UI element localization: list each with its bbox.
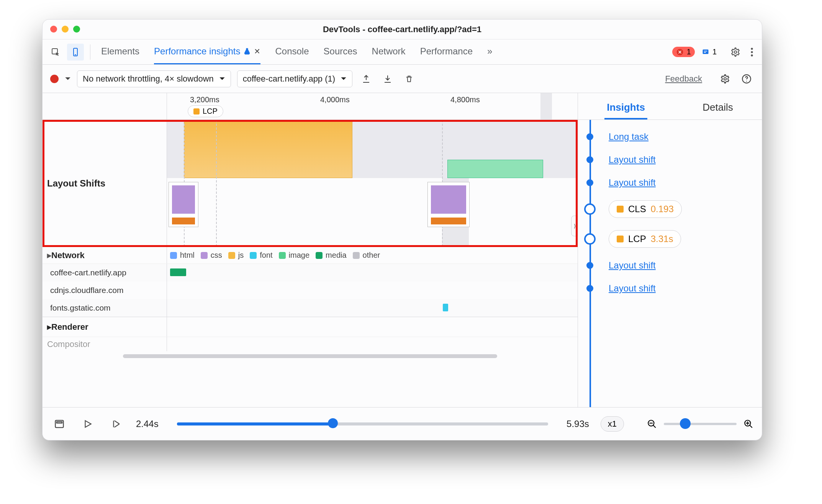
play-icon[interactable] <box>79 416 96 432</box>
legend-label: html <box>180 251 195 260</box>
slider-thumb[interactable] <box>680 418 691 429</box>
record-menu-icon[interactable] <box>65 76 71 82</box>
svg-point-8 <box>751 54 753 56</box>
inspect-element-icon[interactable] <box>47 44 64 61</box>
insight-link[interactable]: Layout shift <box>609 283 656 293</box>
flask-icon <box>243 47 251 55</box>
screenshot-thumbnail[interactable] <box>427 182 470 227</box>
insight-item[interactable]: Layout shift <box>578 171 762 194</box>
window-title: DevTools - coffee-cart.netlify.app/?ad=1 <box>323 25 481 34</box>
divider <box>90 44 90 60</box>
tab-insights[interactable]: Insights <box>604 97 647 119</box>
network-host-row[interactable]: coffee-cart.netlify.app <box>43 264 578 281</box>
playback-bar: 2.44s 5.93s x1 <box>43 407 762 440</box>
tab-network[interactable]: Network <box>372 39 406 64</box>
insight-link[interactable]: Layout shift <box>609 177 656 188</box>
request-bar[interactable] <box>443 304 448 311</box>
color-swatch <box>250 252 257 259</box>
toggle-screenshot-icon[interactable] <box>51 416 68 432</box>
color-swatch <box>170 252 177 259</box>
timeline-horizontal-scrollbar[interactable] <box>43 351 578 361</box>
slider-thumb[interactable] <box>328 418 338 428</box>
device-toggle-icon[interactable] <box>67 44 84 61</box>
panel-tabstrip: Elements Performance insights ✕ Console … <box>43 39 762 65</box>
tab-details[interactable]: Details <box>700 97 735 119</box>
ruler-tick: 4,000ms <box>320 95 350 104</box>
rail-dot-icon <box>586 262 593 269</box>
playback-slider[interactable] <box>177 422 548 425</box>
legend-label: image <box>289 251 309 260</box>
insight-metric-item[interactable]: CLS 0.193 <box>578 194 762 224</box>
close-window-button[interactable] <box>50 26 57 33</box>
metric-name: LCP <box>628 234 646 244</box>
sidebar-expand-handle[interactable]: ⟩ <box>571 216 578 236</box>
insight-item[interactable]: Layout shift <box>578 277 762 300</box>
tab-elements[interactable]: Elements <box>101 39 139 64</box>
zoom-slider[interactable] <box>664 423 737 425</box>
export-icon[interactable] <box>359 71 374 87</box>
network-header-label: Network <box>43 247 167 263</box>
issue-counter[interactable]: 1 <box>698 47 720 57</box>
screenshot-thumbnail[interactable] <box>169 182 198 227</box>
legend-label: font <box>260 251 272 260</box>
svg-point-9 <box>724 77 727 80</box>
svg-point-6 <box>751 47 753 49</box>
insight-metric-item[interactable]: LCP 3.31s <box>578 224 762 254</box>
rail-dot-icon <box>586 133 593 140</box>
panel-settings-icon[interactable] <box>717 71 733 87</box>
more-tabs-button[interactable]: » <box>487 39 492 64</box>
minimize-window-button[interactable] <box>62 26 69 33</box>
timeline-pane[interactable]: 3,200ms 4,000ms 4,800ms LCP Layout Shift… <box>43 93 578 407</box>
renderer-lane-header[interactable]: Renderer <box>43 317 578 337</box>
throttling-select[interactable]: No network throttling, 4× slowdown <box>77 70 231 87</box>
layout-shifts-lane[interactable]: Layout Shifts <box>43 120 578 247</box>
network-host-row[interactable]: fonts.gstatic.com <box>43 299 578 317</box>
recording-label: coffee-cart.netlify.app (1) <box>243 74 335 84</box>
close-tab-button[interactable]: ✕ <box>254 47 260 56</box>
import-icon[interactable] <box>380 71 395 87</box>
zoom-controls <box>647 419 753 429</box>
host-label: cdnjs.cloudflare.com <box>43 281 167 299</box>
panel-tabs: Elements Performance insights ✕ Console … <box>101 39 492 64</box>
playback-rate-button[interactable]: x1 <box>601 416 624 432</box>
settings-icon[interactable] <box>730 47 740 57</box>
rail-dot-icon <box>586 156 593 163</box>
delete-icon[interactable] <box>401 71 417 87</box>
help-icon[interactable] <box>739 71 754 87</box>
feedback-link[interactable]: Feedback <box>665 74 702 84</box>
insight-item[interactable]: Long task <box>578 125 762 148</box>
insight-item[interactable]: Layout shift <box>578 148 762 171</box>
insight-link[interactable]: Layout shift <box>609 154 656 165</box>
network-lane-header[interactable]: Network html css js font image media oth… <box>43 247 578 264</box>
insight-item[interactable]: Layout shift <box>578 254 762 277</box>
legend-label: other <box>363 251 380 260</box>
network-legend: html css js font image media other <box>167 247 578 263</box>
network-host-row[interactable]: cdnjs.cloudflare.com <box>43 281 578 299</box>
zoom-out-icon[interactable] <box>647 419 657 429</box>
zoom-in-icon[interactable] <box>743 419 753 429</box>
kebab-menu-icon[interactable] <box>750 47 753 57</box>
insight-link[interactable]: Long task <box>609 131 648 142</box>
metric-value: 3.31s <box>651 234 673 244</box>
tab-performance-insights[interactable]: Performance insights ✕ <box>154 39 260 64</box>
svg-point-5 <box>734 51 737 53</box>
svg-rect-13 <box>57 422 62 423</box>
tab-sources[interactable]: Sources <box>324 39 357 64</box>
request-bar[interactable] <box>170 268 186 276</box>
zoom-window-button[interactable] <box>73 26 80 33</box>
layout-shift-block[interactable] <box>184 120 352 178</box>
error-counter[interactable]: 1 <box>672 47 695 57</box>
devtools-window: DevTools - coffee-cart.netlify.app/?ad=1… <box>42 19 762 440</box>
color-swatch <box>353 252 360 259</box>
restart-icon[interactable] <box>108 416 124 432</box>
tab-console[interactable]: Console <box>275 39 309 64</box>
recording-select[interactable]: coffee-cart.netlify.app (1) <box>237 70 352 87</box>
lcp-marker-chip[interactable]: LCP <box>188 105 223 117</box>
tab-performance[interactable]: Performance <box>420 39 473 64</box>
scrollbar-vertical[interactable] <box>540 93 552 119</box>
insight-link[interactable]: Layout shift <box>609 260 656 270</box>
compositor-lane-header[interactable]: Compositor <box>43 337 578 351</box>
insights-list[interactable]: Long task Layout shift Layout shift <box>578 120 762 407</box>
record-button[interactable] <box>50 75 59 83</box>
layout-shift-block[interactable] <box>447 160 543 178</box>
